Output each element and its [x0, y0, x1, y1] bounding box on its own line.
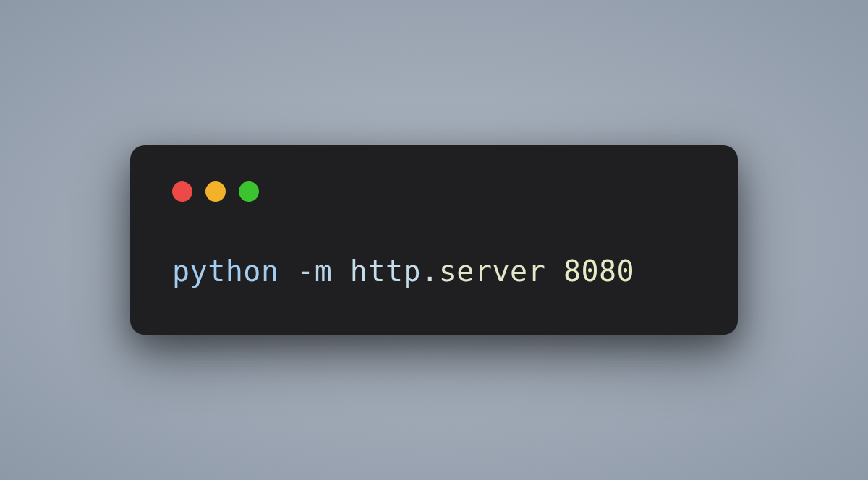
maximize-button[interactable]: [239, 181, 259, 202]
command-module: http: [350, 254, 421, 288]
command-dot: .: [421, 254, 439, 288]
command-flag: -m: [297, 254, 332, 288]
command-submodule: server: [439, 254, 546, 288]
command-executable: python: [172, 254, 279, 288]
minimize-button[interactable]: [205, 181, 226, 202]
terminal-content[interactable]: python -m http.server 8080: [172, 251, 696, 291]
close-button[interactable]: [172, 181, 192, 202]
terminal-window: python -m http.server 8080: [130, 145, 738, 335]
command-port: 8080: [563, 254, 634, 288]
window-controls: [172, 181, 696, 202]
